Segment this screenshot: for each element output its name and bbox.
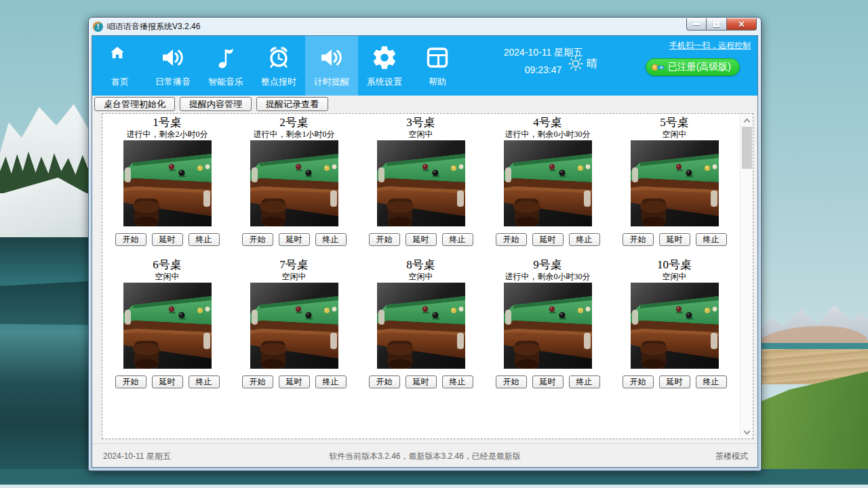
table-status: 空闲中 <box>611 272 738 282</box>
vertical-scrollbar[interactable] <box>740 114 753 439</box>
table-card: 7号桌 空闲中 <box>231 258 357 396</box>
table-card: 4号桌 进行中，剩余0小时30分 <box>484 115 611 253</box>
start-button[interactable]: 开始 <box>242 233 273 246</box>
table-card: 8号桌 空闲中 <box>357 258 484 396</box>
nav-item-3[interactable]: 智能音乐 <box>199 36 252 96</box>
maximize-button[interactable] <box>707 18 727 30</box>
app-icon: ! <box>93 22 103 32</box>
table-name: 2号桌 <box>231 115 357 129</box>
titlebar[interactable]: ! 唱语语音播报系统V3.2.46 ✕ <box>93 18 757 35</box>
nav-label: 整点报时 <box>261 76 296 88</box>
extend-button[interactable]: 延时 <box>279 233 310 246</box>
nav-label: 帮助 <box>429 76 446 88</box>
table-name: 5号桌 <box>611 115 738 129</box>
chevron-down-icon <box>744 428 751 434</box>
billiard-table-image <box>377 283 465 369</box>
extend-button[interactable]: 延时 <box>659 233 690 246</box>
desktop-shore-strip <box>0 485 868 488</box>
home-icon <box>106 44 134 71</box>
speaker-icon <box>318 44 345 71</box>
table-status: 空闲中 <box>611 129 738 140</box>
table-name: 10号桌 <box>611 258 738 272</box>
help-window-icon <box>424 44 451 71</box>
app-window: ! 唱语语音播报系统V3.2.46 ✕ 首页日常播音智能音乐整点报时计时提醒系统… <box>88 17 762 471</box>
sun-icon <box>567 55 585 73</box>
start-button[interactable]: 开始 <box>115 233 146 246</box>
nav-label: 日常播音 <box>155 76 191 88</box>
extend-button[interactable]: 延时 <box>406 375 437 388</box>
client-area: 首页日常播音智能音乐整点报时计时提醒系统设置帮助 2024-10-11 星期五 … <box>92 35 758 468</box>
extend-button[interactable]: 延时 <box>279 375 310 388</box>
stop-button[interactable]: 终止 <box>442 233 473 246</box>
table-card: 9号桌 进行中，剩余0小时30分 <box>484 258 611 396</box>
close-button[interactable]: ✕ <box>727 18 757 30</box>
stop-button[interactable]: 终止 <box>696 233 727 246</box>
tab-reminder-records[interactable]: 提醒记录查看 <box>256 97 328 111</box>
start-button[interactable]: 开始 <box>115 375 146 388</box>
chevron-up-icon <box>744 118 751 125</box>
toolbar: 首页日常播音智能音乐整点报时计时提醒系统设置帮助 2024-10-11 星期五 … <box>92 36 757 96</box>
billiard-table-image <box>250 283 338 369</box>
billiard-table-image <box>631 283 719 369</box>
remote-control-link[interactable]: 手机扫一扫，远程控制 <box>669 40 751 52</box>
extend-button[interactable]: 延时 <box>152 375 183 388</box>
tab-table-management-init[interactable]: 桌台管理初始化 <box>94 97 175 111</box>
extend-button[interactable]: 延时 <box>532 233 564 246</box>
table-status: 进行中，剩余0小时30分 <box>484 129 611 140</box>
scroll-down-button[interactable] <box>741 426 753 439</box>
speaker-icon <box>159 44 186 71</box>
registered-button[interactable]: 已注册(高级版) <box>646 58 740 76</box>
billiard-table-image <box>504 140 592 226</box>
start-button[interactable]: 开始 <box>496 233 527 246</box>
table-status: 进行中，剩余1小时0分 <box>231 129 357 140</box>
table-name: 4号桌 <box>484 115 611 129</box>
extend-button[interactable]: 延时 <box>152 233 183 246</box>
nav-label: 智能音乐 <box>208 76 243 88</box>
weather-block: 晴 <box>567 55 597 73</box>
close-icon: ✕ <box>738 20 745 29</box>
nav-item-1[interactable]: 首页 <box>94 36 146 96</box>
stop-button[interactable]: 终止 <box>189 233 220 246</box>
scroll-up-button[interactable] <box>741 114 753 126</box>
tab-reminder-content[interactable]: 提醒内容管理 <box>180 97 252 111</box>
nav-label: 首页 <box>111 76 129 88</box>
stop-button[interactable]: 终止 <box>569 233 600 246</box>
stop-button[interactable]: 终止 <box>189 375 220 388</box>
extend-button[interactable]: 延时 <box>659 375 690 388</box>
table-status: 进行中，剩余2小时0分 <box>104 129 231 140</box>
start-button[interactable]: 开始 <box>369 375 400 388</box>
alarm-clock-icon <box>265 44 292 71</box>
scrollbar-thumb[interactable] <box>742 127 752 169</box>
tables-panel: 1号桌 进行中，剩余2小时0分 <box>102 113 753 439</box>
stop-button[interactable]: 终止 <box>569 375 600 388</box>
extend-button[interactable]: 延时 <box>406 233 437 246</box>
stop-button[interactable]: 终止 <box>315 375 347 388</box>
weather-text: 晴 <box>587 57 597 71</box>
extend-button[interactable]: 延时 <box>532 375 564 388</box>
statusbar-mode: 茶楼模式 <box>715 451 748 462</box>
registered-label: 已注册(高级版) <box>668 61 731 73</box>
nav-item-2[interactable]: 日常播音 <box>146 36 199 96</box>
billiard-table-image <box>631 140 719 226</box>
table-status: 空闲中 <box>104 272 231 282</box>
stop-button[interactable]: 终止 <box>442 375 473 388</box>
start-button[interactable]: 开始 <box>623 233 654 246</box>
nav-item-7[interactable]: 帮助 <box>411 36 464 96</box>
tab-row: 桌台管理初始化 提醒内容管理 提醒记录查看 <box>92 96 757 113</box>
start-button[interactable]: 开始 <box>369 233 400 246</box>
stop-button[interactable]: 终止 <box>696 375 727 388</box>
nav-item-4[interactable]: 整点报时 <box>252 36 305 96</box>
nav-item-5[interactable]: 计时提醒 <box>305 36 358 96</box>
table-status: 空闲中 <box>231 272 357 282</box>
nav-item-6[interactable]: 系统设置 <box>358 36 411 96</box>
nav-label: 系统设置 <box>367 76 402 88</box>
table-status: 进行中，剩余0小时30分 <box>484 272 611 282</box>
start-button[interactable]: 开始 <box>496 375 527 388</box>
key-icon <box>652 62 665 73</box>
start-button[interactable]: 开始 <box>623 375 654 388</box>
start-button[interactable]: 开始 <box>242 375 273 388</box>
stop-button[interactable]: 终止 <box>315 233 347 246</box>
table-name: 3号桌 <box>357 115 484 129</box>
minimize-button[interactable] <box>686 18 707 30</box>
nav-label: 计时提醒 <box>314 76 349 88</box>
